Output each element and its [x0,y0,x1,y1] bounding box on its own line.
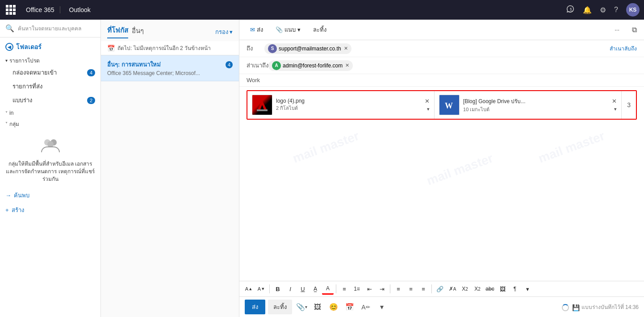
fmt-strikethrough[interactable]: A̲ [309,283,321,295]
expand-icon[interactable]: ⧉ [632,26,637,34]
groups-section[interactable]: ˅ กลุ่ม [0,117,100,129]
send-label: ส่ง [257,25,263,34]
top-nav: Office 365 Outlook 🔔 ⚙ ? KS [0,0,644,20]
fmt-paragraph[interactable]: ¶ [509,283,521,295]
image-bottom-button[interactable]: 🖼 [311,300,324,314]
fmt-indent-less[interactable]: ⇤ [364,283,375,295]
compose-body[interactable]: mail master mail master mail master [239,123,644,281]
in-section[interactable]: ˅ in [0,107,100,117]
fmt-image[interactable]: 🖼 [497,283,508,295]
tab-focused[interactable]: ที่โฟกัส [107,25,128,38]
group-icon [39,134,62,157]
sidebar-item-sent[interactable]: รายการที่ส่ง [0,79,100,93]
more-toolbar-button[interactable]: ··· [611,25,623,35]
discard-toolbar-button[interactable]: ละทิ้ง [309,23,330,36]
sidebar-item-inbox[interactable]: กล่องจดหมายเข้า 4 [0,66,100,79]
attachment-card-1[interactable]: logo (4).png 2 กิโลไบต์ ✕ ▾ [247,91,435,119]
fmt-divider-4 [431,284,432,293]
skype-icon[interactable] [566,4,575,16]
email-list-item[interactable]: อื่นๆ: การสนทนาใหม่ 4 Office 365 Message… [101,55,239,81]
attachment-remove-2[interactable]: ✕ [612,98,617,104]
reply-all-label[interactable]: สำเนาลับถึง [610,44,637,53]
compose-toolbar: ✉ ส่ง 📎 แนบ ▾ ละทิ้ง ··· ⧉ [239,20,644,40]
fmt-align-center[interactable]: ≡ [405,283,417,295]
attachment-expand-2[interactable]: ▾ [614,106,617,112]
fmt-bold[interactable]: B [272,283,284,295]
inbox-badge: 4 [87,69,95,76]
send-button[interactable]: ส่ง [245,300,265,314]
attachment-card-2[interactable]: W [Blog] Google Drive ปรับ... 10 เมกะไบต… [435,91,622,119]
fmt-strikethrough2[interactable]: abc [484,283,496,295]
cc-row: ส่าเนาถึง A admin@forest-forlife.com ✕ [239,57,644,74]
fmt-divider-3 [390,284,390,293]
cc-chip-remove[interactable]: ✕ [345,63,349,68]
to-chip[interactable]: S support@mailmaster.co.th ✕ [264,43,351,54]
paperclip-icon: 📎 [276,26,283,33]
svg-point-2 [47,141,54,147]
chevron-icon: ˅ [5,121,8,126]
folder-label: โฟลเดอร์ [16,42,42,52]
find-action[interactable]: → ค้นพบ [0,188,100,203]
attachment-remove-1[interactable]: ✕ [425,98,430,104]
drafts-badge: 2 [87,97,95,104]
filter-button[interactable]: กรอง ▾ [215,27,233,37]
fmt-italic[interactable]: I [284,283,296,295]
format-toolbar: A▲ A▼ B I U A̲ A ≡ 1≡ ⇤ ⇥ ≡ ≡ ≡ 🔗 ✗A X2 … [239,281,644,296]
emoji-bottom-button[interactable]: 😊 [327,300,340,314]
fmt-font-color[interactable]: A [322,283,334,295]
fmt-bullets[interactable]: ≡ [339,283,350,295]
fmt-align-right[interactable]: ≡ [418,283,429,295]
fmt-link[interactable]: 🔗 [434,283,446,295]
attach-toolbar-button[interactable]: 📎 แนบ ▾ [272,23,304,36]
filter-chevron-icon: ▾ [230,29,233,35]
email-badge: 4 [226,61,233,68]
send-icon: ✉ [250,26,255,33]
attachment-actions-2: ✕ ▾ [612,98,617,112]
cc-label: ส่าเนาถึง [247,61,268,70]
save-icon: 💾 [572,304,580,311]
fmt-more-chevron[interactable]: ▾ [522,283,533,295]
attachment-size-1: 2 กิโลไบต์ [276,104,421,112]
attach-bottom-button[interactable]: 📎 ▾ [295,300,308,314]
to-chip-remove[interactable]: ✕ [344,46,348,51]
cc-chip[interactable]: A admin@forest-forlife.com ✕ [268,60,353,71]
fmt-subscript[interactable]: X2 [472,283,483,295]
back-icon: ◀ [5,43,13,51]
fmt-align-left[interactable]: ≡ [393,283,404,295]
no-events-bar: 📅 ถัดไป: ไม่มีเหตุการณ์ในอีก 2 วันข้างหน… [101,41,239,55]
more-bottom-button[interactable]: ▾ [375,300,389,314]
fmt-divider-2 [336,284,336,293]
attachment-thumb-1 [252,95,272,115]
tab-other[interactable]: อื่นๆ [132,25,144,38]
app-name: Outlook [64,6,91,13]
attachment-expand-1[interactable]: ▾ [427,106,430,112]
attachment-size-2: 10 เมกะไบต์ [463,105,608,113]
favorites-section[interactable]: ▾ รายการโปรด [0,54,100,66]
calendar-icon: 📅 [107,45,115,52]
folder-header[interactable]: ◀ โฟลเดอร์ [0,38,100,54]
discard-button[interactable]: ละทิ้ง [268,300,292,314]
more-label: ··· [615,26,619,33]
fmt-decrease-font[interactable]: A▼ [255,283,267,295]
send-toolbar-button[interactable]: ✉ ส่ง [247,23,267,36]
fmt-numbering[interactable]: 1≡ [351,283,363,295]
email-preview: Office 365 Message Center; Microsof... [107,70,233,76]
avatar[interactable]: KS [626,3,640,17]
settings-icon[interactable]: ⚙ [600,6,606,14]
attachment-area: logo (4).png 2 กิโลไบต์ ✕ ▾ W [Blog] [247,90,637,120]
cc-email: admin@forest-forlife.com [283,63,343,69]
fmt-indent-more[interactable]: ⇥ [376,283,388,295]
fmt-clear-format[interactable]: ✗A [447,283,458,295]
no-events-text: ถัดไป: ไม่มีเหตุการณ์ในอีก 2 วันข้างหน้า [117,44,211,52]
fmt-superscript[interactable]: X2 [459,283,471,295]
waffle-menu-button[interactable] [4,4,17,16]
sidebar-item-drafts[interactable]: แบบร่าง 2 [0,93,100,107]
schedule-bottom-button[interactable]: 📅 [343,300,356,314]
sidebar-search[interactable]: 🔍 ค้นหาในจดหมายและบุคคล [0,20,100,38]
signature-bottom-button[interactable]: A✏ [359,300,372,314]
help-icon[interactable]: ? [614,6,618,14]
bell-icon[interactable]: 🔔 [583,6,592,14]
fmt-underline[interactable]: U [297,283,309,295]
create-action[interactable]: + สร้าง [0,203,100,217]
fmt-increase-font[interactable]: A▲ [243,283,255,295]
